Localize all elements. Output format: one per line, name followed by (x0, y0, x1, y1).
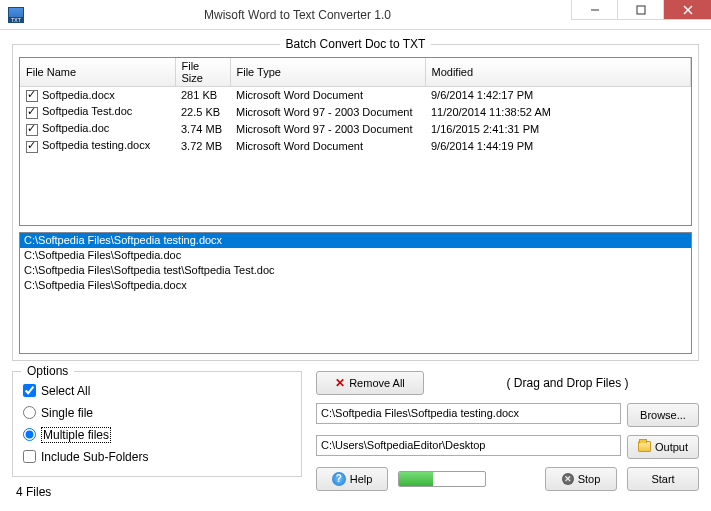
remove-all-label: Remove All (349, 377, 405, 389)
cell-filetype: Microsoft Word Document (230, 138, 425, 155)
cell-filetype: Microsoft Word Document (230, 87, 425, 104)
help-label: Help (350, 473, 373, 485)
window-controls (571, 0, 711, 29)
help-icon: ? (332, 472, 346, 486)
path-list-item[interactable]: C:\Softpedia Files\Softpedia.docx (20, 278, 691, 293)
col-filetype[interactable]: File Type (230, 58, 425, 87)
app-icon (8, 7, 24, 23)
titlebar: Mwisoft Word to Text Converter 1.0 (0, 0, 711, 30)
stop-button[interactable]: ✕ Stop (545, 467, 617, 491)
select-all-row: Select All (23, 382, 291, 400)
file-table[interactable]: File Name File Size File Type Modified S… (19, 57, 692, 226)
cell-filesize: 22.5 KB (175, 104, 230, 121)
cell-filesize: 3.74 MB (175, 121, 230, 138)
multiple-files-label[interactable]: Multiple files (41, 427, 111, 443)
path-list-item[interactable]: C:\Softpedia Files\Softpedia testing.doc… (20, 233, 691, 248)
file-count-status: 4 Files (12, 485, 302, 499)
path-list[interactable]: C:\Softpedia Files\Softpedia testing.doc… (19, 232, 692, 354)
cell-filesize: 3.72 MB (175, 138, 230, 155)
row-checkbox[interactable] (26, 124, 38, 136)
svg-rect-1 (637, 6, 645, 14)
start-label: Start (651, 473, 674, 485)
col-filesize[interactable]: File Size (175, 58, 230, 87)
cell-filetype: Microsoft Word 97 - 2003 Document (230, 104, 425, 121)
single-file-radio[interactable] (23, 406, 36, 419)
col-filename[interactable]: File Name (20, 58, 175, 87)
single-file-label[interactable]: Single file (41, 406, 93, 420)
path-list-item[interactable]: C:\Softpedia Files\Softpedia test\Softpe… (20, 263, 691, 278)
browse-label: Browse... (640, 409, 686, 421)
cell-modified: 1/16/2015 2:41:31 PM (425, 121, 691, 138)
cell-filename: Softpedia testing.docx (42, 139, 150, 151)
drag-drop-hint: ( Drag and Drop Files ) (436, 376, 699, 390)
row-checkbox[interactable] (26, 90, 38, 102)
progress-bar (398, 471, 486, 487)
cell-filename: Softpedia.doc (42, 122, 109, 134)
include-subfolders-row: Include Sub-Folders (23, 448, 291, 466)
browse-button[interactable]: Browse... (627, 403, 699, 427)
source-path-input[interactable] (316, 403, 621, 424)
start-button[interactable]: Start (627, 467, 699, 491)
row-checkbox[interactable] (26, 107, 38, 119)
stop-icon: ✕ (562, 473, 574, 485)
table-row[interactable]: Softpedia testing.docx3.72 MBMicrosoft W… (20, 138, 691, 155)
remove-all-button[interactable]: ✕ Remove All (316, 371, 424, 395)
cell-modified: 9/6/2014 1:44:19 PM (425, 138, 691, 155)
stop-label: Stop (578, 473, 601, 485)
remove-icon: ✕ (335, 376, 345, 390)
single-file-row: Single file (23, 404, 291, 422)
path-list-item[interactable]: C:\Softpedia Files\Softpedia.doc (20, 248, 691, 263)
table-row[interactable]: Softpedia.doc3.74 MBMicrosoft Word 97 - … (20, 121, 691, 138)
minimize-button[interactable] (571, 0, 617, 20)
cell-filetype: Microsoft Word 97 - 2003 Document (230, 121, 425, 138)
options-title: Options (21, 364, 74, 378)
table-row[interactable]: Softpedia Test.doc22.5 KBMicrosoft Word … (20, 104, 691, 121)
col-modified[interactable]: Modified (425, 58, 691, 87)
include-subfolders-checkbox[interactable] (23, 450, 36, 463)
batch-convert-group: Batch Convert Doc to TXT File Name File … (12, 44, 699, 361)
multiple-files-radio[interactable] (23, 428, 36, 441)
cell-filesize: 281 KB (175, 87, 230, 104)
batch-convert-title: Batch Convert Doc to TXT (280, 37, 432, 51)
select-all-label[interactable]: Select All (41, 384, 90, 398)
close-button[interactable] (663, 0, 711, 20)
select-all-checkbox[interactable] (23, 384, 36, 397)
maximize-button[interactable] (617, 0, 663, 20)
cell-modified: 11/20/2014 11:38:52 AM (425, 104, 691, 121)
cell-modified: 9/6/2014 1:42:17 PM (425, 87, 691, 104)
output-path-input[interactable] (316, 435, 621, 456)
options-group: Options Select All Single file Multiple … (12, 371, 302, 477)
table-header-row: File Name File Size File Type Modified (20, 58, 691, 87)
help-button[interactable]: ? Help (316, 467, 388, 491)
cell-filename: Softpedia Test.doc (42, 105, 132, 117)
include-subfolders-label[interactable]: Include Sub-Folders (41, 450, 148, 464)
output-button[interactable]: Output (627, 435, 699, 459)
row-checkbox[interactable] (26, 141, 38, 153)
table-row[interactable]: Softpedia.docx281 KBMicrosoft Word Docum… (20, 87, 691, 104)
output-label: Output (655, 441, 688, 453)
folder-icon (638, 441, 651, 452)
cell-filename: Softpedia.docx (42, 89, 115, 101)
multiple-files-row: Multiple files (23, 426, 291, 444)
window-title: Mwisoft Word to Text Converter 1.0 (24, 8, 571, 22)
